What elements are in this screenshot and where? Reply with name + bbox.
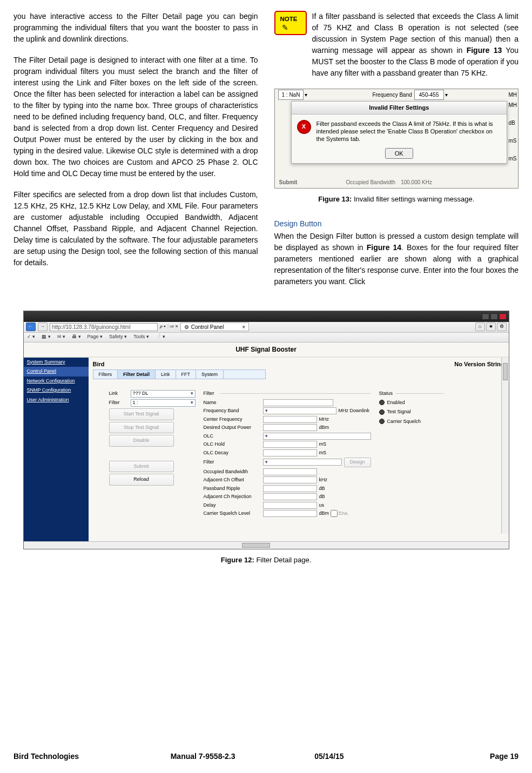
nav-control-panel[interactable]: Control Panel [24,367,89,377]
submit-button-bg: Submit [279,178,298,186]
name-input[interactable] [263,399,333,406]
dialog-ok-button[interactable]: OK [385,148,413,159]
footer-brand: Bird Technologies [14,751,140,762]
filter-select[interactable]: 1 : [131,399,196,407]
footer-date: 05/14/15 [266,751,393,762]
status-dot [379,419,385,424]
body-paragraph-1: you have interactive access to the Filte… [14,11,258,45]
dialog-message: Filter passband exceeds the Class A limi… [316,120,502,143]
freq-band-select[interactable] [263,407,336,414]
browser-back-button[interactable]: ← [26,322,36,331]
status-carrier-squelch: Carrier Squelch [379,418,444,426]
freq-band-select[interactable]: 450-455 [414,90,444,100]
vertical-scrollbar[interactable] [501,358,509,534]
dialog-title: Invalid Filter Settings [292,102,507,115]
freq-band-label: Frequency Band [372,91,412,99]
link-select[interactable]: ??? DL [131,390,196,398]
passband-ripple-input[interactable] [263,485,317,492]
toolbar-safety-menu[interactable]: Safety [109,333,127,341]
nav-system-summary[interactable]: System Summary [24,358,89,367]
window-minimize-button[interactable] [482,313,489,320]
filter-fieldset-header: Filter [204,390,371,398]
status-enabled: Enabled [379,399,444,407]
status-dot [379,409,385,415]
window-maximize-button[interactable] [490,313,498,320]
design-button-body: When the Design Filter button is pressed… [274,231,519,287]
tab-link[interactable]: Link [156,370,176,379]
url-field[interactable]: http://10.128.3.78/guinoncgi.html [50,323,158,331]
design-button[interactable]: Design [344,458,371,467]
nav-snmp-config[interactable]: SNMP Configuration [24,386,89,395]
delay-input[interactable] [263,502,317,509]
body-paragraph-3: Filter specifics are selected from a dro… [14,189,258,268]
output-power-input[interactable] [263,424,317,431]
figure-12-caption: Figure 12: Filter Detail page. [14,555,518,566]
olc-hold-input[interactable] [263,441,317,448]
toolbar-icon[interactable]: 🖶 ▾ [72,333,81,341]
status-test-signal: Test Signal [379,408,444,416]
window-close-button[interactable] [499,313,507,320]
tab-filter-detail[interactable]: Filter Detail [118,370,156,379]
window-titlebar [24,311,509,322]
browser-toolbar: ✓ ▾ ▦ ▾ ✉ ▾ 🖶 ▾ Page Safety Tools ❔ ▾ [24,333,509,342]
browser-forward-button[interactable]: → [38,322,48,331]
tab-fft[interactable]: FFT [176,370,197,379]
error-icon: X [297,120,311,134]
horizontal-scrollbar[interactable] [24,541,509,549]
note-block: If a filter passband is selected that ex… [274,11,519,79]
carrier-squelch-input[interactable] [263,510,317,517]
stop-test-signal-button[interactable]: Stop Test Signal [109,422,174,434]
tab-system[interactable]: System [196,370,224,379]
design-button-heading: Design Button [274,218,519,230]
figure-12: ← → http://10.128.3.78/guinoncgi.html 𝘱 … [14,311,518,566]
center-freq-input[interactable] [263,416,317,423]
body-paragraph-2: The Filter Detail page is designed to in… [14,55,258,179]
footer-page: Page 19 [392,751,518,762]
link-label: Link [109,390,131,398]
tab-filters[interactable]: Filters [93,370,118,379]
submit-button[interactable]: Submit [109,461,174,473]
toolbar-icon[interactable]: ✓ ▾ [27,333,36,341]
start-test-signal-button[interactable]: Start Test Signal [109,408,174,420]
filter-label: Filter [109,399,131,407]
footer-manual: Manual 7-9558-2.3 [140,751,266,762]
home-icon: ⚙ [184,323,189,331]
status-dot [379,400,385,405]
note-icon [274,11,307,35]
figure-13: 1 : NaN ▾ Frequency Band 450-455 ▾ MH MH… [274,89,519,205]
olc-decay-input[interactable] [263,449,317,456]
left-nav: System Summary Control Panel Network Con… [24,358,89,541]
occupied-bw-input[interactable] [263,468,317,475]
toolbar-icon[interactable]: ▦ ▾ [42,333,51,341]
adj-ch-offset-input[interactable] [263,476,317,483]
browser-favorites-button[interactable]: ★ [486,322,496,331]
filter-type-select[interactable] [263,459,342,466]
browser-address-bar: ← → http://10.128.3.78/guinoncgi.html 𝘱 … [24,322,509,333]
app-title: UHF Signal Booster [24,342,509,358]
toolbar-icon[interactable]: ✉ ▾ [57,333,66,341]
nav-network-config[interactable]: Network Configuration [24,377,89,386]
toolbar-help-icon[interactable]: ❔ ▾ [156,333,166,341]
toolbar-page-menu[interactable]: Page [87,333,103,341]
brand-label: Bird [93,360,105,369]
status-fieldset-header: Status [379,390,444,398]
adj-ch-rejection-input[interactable] [263,493,317,500]
browser-home-button[interactable]: ⌂ [475,322,485,331]
disable-button[interactable]: Disable [109,435,174,447]
figure-13-caption: Figure 13: Invalid filter settings warni… [274,194,519,205]
olc-select[interactable] [263,433,371,440]
ena-checkbox[interactable] [331,510,338,517]
version-string: No Version String [454,360,504,369]
page-footer: Bird Technologies Manual 7-9558-2.3 05/1… [14,751,518,762]
invalid-filter-dialog: Invalid Filter Settings X Filter passban… [291,101,508,164]
reload-button[interactable]: Reload [109,474,174,486]
browser-tab[interactable]: ⚙ Control Panel × [180,322,249,331]
toolbar-tools-menu[interactable]: Tools [133,333,149,341]
filter-select[interactable]: 1 : NaN [278,90,304,100]
browser-tools-button[interactable]: ⚙ [497,322,507,331]
content-tabs: Filters Filter Detail Link FFT System [93,369,266,379]
nav-user-admin[interactable]: User Administration [24,395,89,405]
note-text: If a filter passband is selected that ex… [312,11,519,79]
